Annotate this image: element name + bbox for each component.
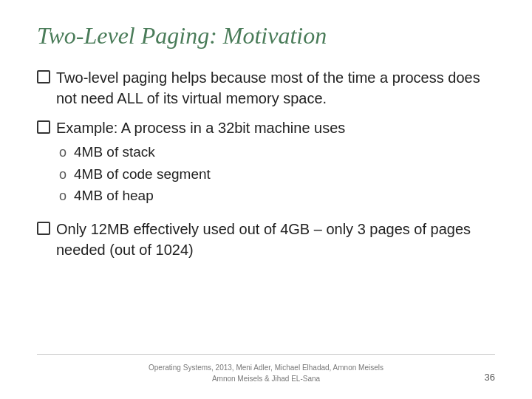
sub-bullet-text-3: 4MB of heap <box>74 186 154 205</box>
bullet-text-1: Two-level paging helps because most of t… <box>56 67 495 109</box>
slide-title: Two-Level Paging: Motivation <box>37 22 495 50</box>
bullet-checkbox-icon-3 <box>37 222 50 235</box>
footer-line2: Amnon Meisels & Jihad EL-Sana <box>37 373 495 384</box>
bullet-checkbox-icon-2 <box>37 120 50 134</box>
sub-bullet-circle-icon-2: o <box>59 166 66 183</box>
sub-bullet-circle-icon-3: o <box>59 187 66 205</box>
slide-content: Two-level paging helps because most of t… <box>37 67 495 354</box>
bullet-text-2: Example: A process in a 32bit machine us… <box>56 117 495 138</box>
sub-bullet-item-1: o 4MB of stack <box>59 143 495 162</box>
bullet-group-2: Example: A process in a 32bit machine us… <box>37 117 495 205</box>
bullet-checkbox-icon-1 <box>37 70 50 83</box>
sub-bullet-item-2: o 4MB of code segment <box>59 165 495 184</box>
bullet-item-1: Two-level paging helps because most of t… <box>37 67 495 109</box>
slide-footer: Operating Systems, 2013, Meni Adler, Mic… <box>37 354 495 384</box>
sub-bullet-text-1: 4MB of stack <box>74 143 155 162</box>
bullet-item-2: Example: A process in a 32bit machine us… <box>37 117 495 138</box>
page-number: 36 <box>485 372 495 383</box>
footer-line1: Operating Systems, 2013, Meni Adler, Mic… <box>37 362 495 373</box>
sub-bullet-circle-icon-1: o <box>59 143 66 161</box>
sub-bullet-text-2: 4MB of code segment <box>74 165 211 184</box>
sub-bullets-2: o 4MB of stack o 4MB of code segment o 4… <box>59 143 495 205</box>
slide: Two-Level Paging: Motivation Two-level p… <box>0 0 532 399</box>
bullet-text-3: Only 12MB effectively used out of 4GB – … <box>56 219 495 260</box>
sub-bullet-item-3: o 4MB of heap <box>59 186 495 205</box>
bullet-item-3: Only 12MB effectively used out of 4GB – … <box>37 219 495 260</box>
